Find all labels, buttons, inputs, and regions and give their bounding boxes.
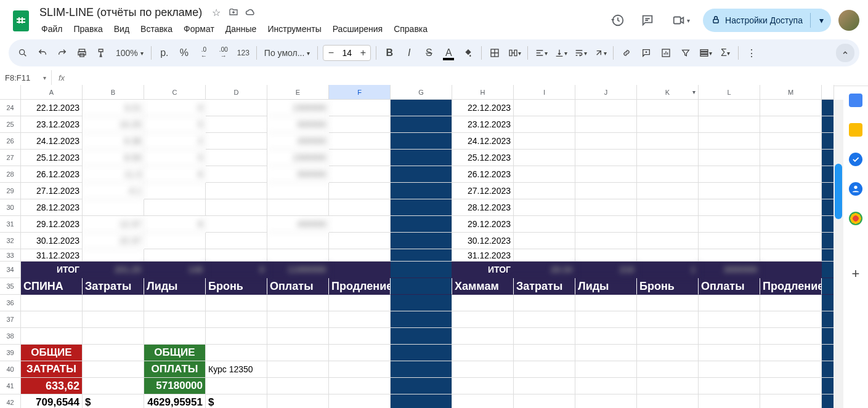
col-header-H[interactable]: H	[452, 85, 514, 100]
cell[interactable]	[637, 311, 699, 328]
cell[interactable]	[760, 378, 822, 394]
cell[interactable]	[699, 394, 760, 408]
cell[interactable]	[83, 295, 144, 311]
cell[interactable]	[329, 262, 391, 278]
cell[interactable]	[206, 199, 267, 216]
cell[interactable]	[329, 116, 391, 133]
cell[interactable]	[206, 233, 267, 249]
contacts-sidepanel-icon[interactable]	[849, 182, 862, 196]
row-header-25[interactable]: 25	[0, 116, 21, 133]
functions-icon[interactable]: Σ▾	[716, 44, 734, 62]
undo-icon[interactable]	[33, 44, 52, 62]
more-formats[interactable]: 123	[234, 44, 253, 62]
cell[interactable]	[637, 249, 699, 262]
cell[interactable]: Продление	[760, 278, 822, 295]
cell[interactable]	[514, 328, 575, 345]
filter-icon[interactable]	[676, 44, 695, 62]
cell[interactable]	[144, 295, 206, 311]
col-header-D[interactable]: D	[206, 85, 267, 100]
cell[interactable]	[144, 328, 206, 345]
cell[interactable]	[637, 133, 699, 150]
bold-icon[interactable]: B	[380, 44, 399, 62]
cell[interactable]	[514, 183, 575, 199]
cell[interactable]	[206, 311, 267, 328]
cell[interactable]: 4629,95951	[144, 394, 206, 408]
cell[interactable]	[637, 100, 699, 116]
cell[interactable]	[21, 311, 83, 328]
cell[interactable]: 2	[144, 133, 206, 150]
col-header-E[interactable]: E	[267, 85, 329, 100]
cell[interactable]	[575, 394, 637, 408]
cell[interactable]	[637, 345, 699, 361]
avatar[interactable]	[838, 10, 859, 31]
merge-cells-icon[interactable]: ▾	[505, 44, 524, 62]
star-icon[interactable]: ☆	[211, 7, 222, 18]
cell[interactable]	[514, 361, 575, 378]
cell[interactable]	[575, 166, 637, 183]
cell[interactable]	[575, 378, 637, 394]
cell[interactable]	[575, 361, 637, 378]
cell[interactable]	[637, 183, 699, 199]
cell[interactable]: 999999	[267, 166, 329, 183]
cell[interactable]	[452, 394, 514, 408]
col-header-K[interactable]: K▾	[637, 85, 699, 100]
cell[interactable]	[575, 345, 637, 361]
cell[interactable]: 24.12.2023	[452, 133, 514, 150]
cell[interactable]: 1	[637, 262, 699, 278]
row-header-39[interactable]: 39	[0, 345, 21, 361]
col-header-M[interactable]: M	[760, 85, 822, 100]
redo-icon[interactable]	[53, 44, 71, 62]
cell[interactable]	[699, 328, 760, 345]
cell[interactable]	[760, 233, 822, 249]
cell[interactable]: ОПЛАТЫ	[144, 361, 206, 378]
cell[interactable]	[206, 378, 267, 394]
col-header-I[interactable]: I	[514, 85, 575, 100]
cell[interactable]: 5	[144, 116, 206, 133]
row-header-41[interactable]: 41	[0, 378, 21, 394]
cell[interactable]: ИТОГ	[21, 262, 83, 278]
cell[interactable]: 0	[144, 100, 206, 116]
row-header-38[interactable]: 38	[0, 328, 21, 345]
col-header-G[interactable]: G	[391, 85, 452, 100]
cell[interactable]	[206, 295, 267, 311]
cell[interactable]	[760, 345, 822, 361]
row-header-32[interactable]: 32	[0, 233, 21, 249]
text-color-icon[interactable]: A	[439, 44, 458, 62]
cell[interactable]	[329, 361, 391, 378]
menu-правка[interactable]: Правка	[69, 22, 107, 36]
cell[interactable]	[575, 183, 637, 199]
cell[interactable]	[637, 166, 699, 183]
row-header-34[interactable]: 34	[0, 262, 21, 278]
calendar-sidepanel-icon[interactable]	[849, 94, 862, 107]
cloud-status-icon[interactable]	[245, 7, 256, 18]
menu-вставка[interactable]: Вставка	[136, 22, 177, 36]
cell[interactable]: 31.12.2023	[21, 249, 83, 262]
menu-справка[interactable]: Справка	[389, 22, 432, 36]
cell[interactable]	[452, 378, 514, 394]
cell[interactable]	[391, 100, 452, 116]
cell[interactable]	[206, 116, 267, 133]
cell[interactable]: Затраты	[514, 278, 575, 295]
cell[interactable]	[575, 199, 637, 216]
cell[interactable]	[452, 311, 514, 328]
cell[interactable]	[699, 378, 760, 394]
cell[interactable]: 148	[144, 262, 206, 278]
cell[interactable]: 27.12.2023	[452, 183, 514, 199]
borders-icon[interactable]	[485, 44, 504, 62]
decrease-decimal-icon[interactable]: .0←	[195, 44, 213, 62]
cell[interactable]: 28.12.2023	[452, 199, 514, 216]
currency-format[interactable]: р.	[155, 44, 174, 62]
cell[interactable]	[575, 133, 637, 150]
col-header-J[interactable]: J	[575, 85, 637, 100]
cell[interactable]	[760, 199, 822, 216]
cell[interactable]: 29.12.2023	[21, 216, 83, 233]
cell[interactable]	[760, 361, 822, 378]
cell[interactable]	[637, 394, 699, 408]
cell[interactable]	[760, 116, 822, 133]
cell[interactable]	[391, 216, 452, 233]
cell[interactable]	[575, 249, 637, 262]
cell[interactable]	[83, 328, 144, 345]
row-header-28[interactable]: 28	[0, 166, 21, 183]
cell[interactable]: 22.12.2023	[21, 100, 83, 116]
cell[interactable]	[391, 233, 452, 249]
